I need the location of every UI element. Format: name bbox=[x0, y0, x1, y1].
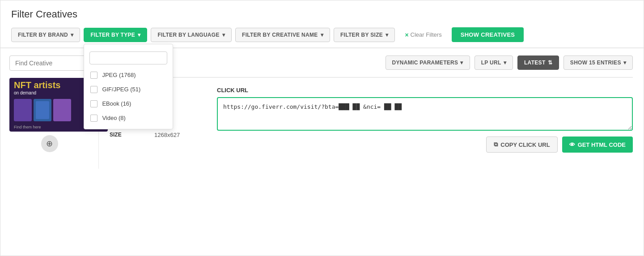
chevron-down-icon-type: ▾ bbox=[138, 32, 140, 38]
filter-by-language-label: FILTER BY LANGUAGE bbox=[157, 32, 219, 38]
get-html-code-label: GET HTML CODE bbox=[578, 141, 626, 148]
size-row: SIZE 1268x627 bbox=[110, 132, 199, 138]
filter-by-size-label: FILTER BY SIZE bbox=[340, 32, 383, 38]
chevron-down-icon-lp: ▾ bbox=[504, 60, 506, 66]
filter-by-brand-button[interactable]: FILTER BY BRAND ▾ bbox=[11, 28, 80, 42]
filter-by-type-label: FILTER BY TYPE bbox=[90, 32, 135, 38]
top-controls: DYNAMIC PARAMETERS ▾ LP URL ▾ LATEST ⇅ S… bbox=[110, 55, 633, 70]
copy-click-url-label: COPY CLICK URL bbox=[500, 141, 550, 148]
type-ebook-item[interactable]: EBook (16) bbox=[84, 97, 173, 111]
latest-button[interactable]: LATEST ⇅ bbox=[517, 55, 559, 70]
size-value: 1268x627 bbox=[154, 132, 180, 138]
type-dropdown-menu: JPEG (1768) GIF/JPEG (51) EBook (16) Vid… bbox=[84, 44, 173, 129]
ebook-label: EBook (16) bbox=[102, 100, 131, 107]
page-title: Filter Creatives bbox=[11, 9, 633, 20]
click-url-section: CLICK URL https://go.fiverr.com/visit/?b… bbox=[217, 87, 633, 153]
filter-by-language-button[interactable]: FILTER BY LANGUAGE ▾ bbox=[151, 28, 232, 42]
lp-url-button[interactable]: LP URL ▾ bbox=[475, 55, 513, 70]
filter-by-type-button[interactable]: FILTER BY TYPE ▾ bbox=[84, 28, 147, 42]
eye-icon: 👁 bbox=[569, 141, 575, 148]
gifjpeg-checkbox[interactable] bbox=[90, 86, 97, 93]
copy-click-url-button[interactable]: ⧉ COPY CLICK URL bbox=[486, 137, 557, 153]
video-checkbox[interactable] bbox=[90, 115, 97, 122]
chevron-down-icon-size: ▾ bbox=[386, 32, 388, 38]
chevron-down-icon-entries: ▾ bbox=[623, 60, 626, 66]
filter-by-brand-label: FILTER BY BRAND bbox=[18, 32, 68, 38]
click-url-textarea[interactable]: https://go.fiverr.com/visit/?bta=███ ██ … bbox=[217, 97, 633, 131]
sort-icon: ⇅ bbox=[548, 60, 552, 66]
zoom-button[interactable]: ⊕ bbox=[41, 135, 58, 152]
url-actions: ⧉ COPY CLICK URL 👁 GET HTML CODE bbox=[217, 137, 633, 153]
ebook-count: (16) bbox=[121, 100, 131, 107]
click-url-label: CLICK URL bbox=[217, 87, 633, 94]
copy-icon: ⧉ bbox=[494, 141, 498, 148]
type-search-input[interactable] bbox=[89, 51, 167, 64]
ebook-checkbox[interactable] bbox=[90, 100, 97, 107]
dynamic-parameters-button[interactable]: DYNAMIC PARAMETERS ▾ bbox=[386, 55, 470, 70]
chevron-down-icon-dynamic: ▾ bbox=[460, 60, 463, 66]
filter-bar: FILTER BY BRAND ▾ FILTER BY TYPE ▾ JPEG … bbox=[11, 27, 633, 42]
filter-by-size-button[interactable]: FILTER BY SIZE ▾ bbox=[334, 28, 395, 42]
chevron-down-icon-name: ▾ bbox=[321, 32, 323, 38]
show-creatives-label: SHOW CREATIVES bbox=[461, 31, 515, 38]
chevron-down-icon-lang: ▾ bbox=[222, 32, 225, 38]
jpeg-count: (1768) bbox=[119, 72, 136, 78]
video-label: Video (8) bbox=[102, 115, 126, 121]
show-entries-button[interactable]: SHOW 15 ENTRIES ▾ bbox=[564, 55, 633, 70]
video-count: (8) bbox=[119, 115, 126, 121]
lp-url-label: LP URL bbox=[481, 60, 501, 66]
latest-label: LATEST bbox=[524, 60, 546, 66]
right-content: DYNAMIC PARAMETERS ▾ LP URL ▾ LATEST ⇅ S… bbox=[99, 48, 644, 169]
clear-x-icon: × bbox=[405, 31, 408, 38]
gifjpeg-label: GIF/JPEG (51) bbox=[102, 86, 140, 93]
creative-detail-card: NFT Fiverr CPA English TYPE JPEG SIZE 12 bbox=[110, 77, 633, 162]
jpeg-checkbox[interactable] bbox=[90, 72, 97, 79]
filter-by-creative-name-label: FILTER BY CREATIVE NAME bbox=[242, 32, 318, 38]
gifjpeg-count: (51) bbox=[130, 86, 140, 93]
clear-filters-label: Clear Filters bbox=[411, 31, 442, 38]
size-label: SIZE bbox=[110, 132, 145, 138]
jpeg-label: JPEG (1768) bbox=[102, 72, 136, 78]
type-gifjpeg-item[interactable]: GIF/JPEG (51) bbox=[84, 82, 173, 97]
zoom-icon: ⊕ bbox=[46, 139, 53, 149]
clear-filters-button[interactable]: × Clear Filters bbox=[398, 28, 448, 42]
find-creative-input[interactable] bbox=[9, 55, 89, 71]
type-video-item[interactable]: Video (8) bbox=[84, 111, 173, 125]
filter-by-type-dropdown: FILTER BY TYPE ▾ JPEG (1768) GIF/JPEG (5… bbox=[84, 28, 147, 42]
type-jpeg-item[interactable]: JPEG (1768) bbox=[84, 68, 173, 82]
show-entries-label: SHOW 15 ENTRIES bbox=[570, 60, 621, 66]
filter-by-creative-name-button[interactable]: FILTER BY CREATIVE NAME ▾ bbox=[235, 28, 330, 42]
show-creatives-button[interactable]: SHOW CREATIVES bbox=[452, 27, 524, 42]
chevron-down-icon: ▾ bbox=[71, 32, 73, 38]
get-html-code-button[interactable]: 👁 GET HTML CODE bbox=[562, 137, 633, 153]
dynamic-params-label: DYNAMIC PARAMETERS bbox=[392, 60, 458, 66]
